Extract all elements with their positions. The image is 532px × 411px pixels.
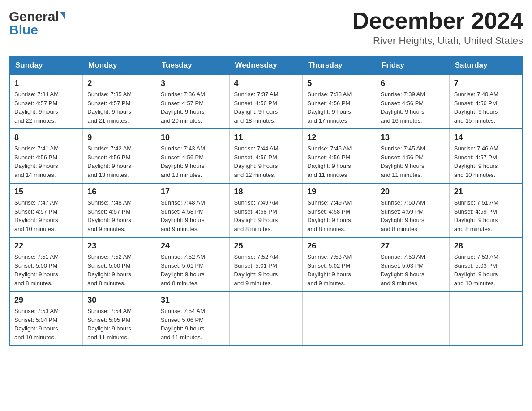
calendar-day-cell: 31Sunrise: 7:54 AMSunset: 5:06 PMDayligh… <box>156 291 229 346</box>
calendar-header-tuesday: Tuesday <box>156 56 229 75</box>
day-info: Sunrise: 7:54 AMSunset: 5:05 PMDaylight:… <box>87 307 151 342</box>
day-number: 17 <box>161 187 225 197</box>
calendar-day-cell: 5Sunrise: 7:38 AMSunset: 4:56 PMDaylight… <box>303 75 376 129</box>
calendar-day-cell: 17Sunrise: 7:48 AMSunset: 4:58 PMDayligh… <box>156 183 229 237</box>
logo-general-text: General <box>9 9 59 24</box>
calendar-day-cell: 29Sunrise: 7:53 AMSunset: 5:04 PMDayligh… <box>9 291 83 346</box>
day-info: Sunrise: 7:52 AMSunset: 5:01 PMDaylight:… <box>234 253 298 287</box>
day-number: 15 <box>14 187 78 197</box>
day-info: Sunrise: 7:39 AMSunset: 4:56 PMDaylight:… <box>381 90 445 125</box>
day-info: Sunrise: 7:53 AMSunset: 5:02 PMDaylight:… <box>307 253 371 287</box>
calendar-header-friday: Friday <box>376 56 450 75</box>
calendar-day-cell: 23Sunrise: 7:52 AMSunset: 5:00 PMDayligh… <box>83 237 156 291</box>
day-number: 7 <box>454 79 518 88</box>
logo-triangle-icon <box>60 12 65 20</box>
calendar-day-cell: 27Sunrise: 7:53 AMSunset: 5:03 PMDayligh… <box>376 237 450 291</box>
page-header: General Blue December 2024 River Heights… <box>9 9 523 47</box>
day-info: Sunrise: 7:37 AMSunset: 4:56 PMDaylight:… <box>234 90 298 125</box>
calendar-week-row: 1Sunrise: 7:34 AMSunset: 4:57 PMDaylight… <box>9 75 523 129</box>
calendar-day-cell: 15Sunrise: 7:47 AMSunset: 4:57 PMDayligh… <box>9 183 83 237</box>
day-info: Sunrise: 7:43 AMSunset: 4:56 PMDaylight:… <box>161 144 225 179</box>
day-info: Sunrise: 7:49 AMSunset: 4:58 PMDaylight:… <box>234 198 298 233</box>
calendar-day-cell: 24Sunrise: 7:52 AMSunset: 5:01 PMDayligh… <box>156 237 229 291</box>
day-number: 16 <box>87 187 151 197</box>
day-number: 19 <box>307 187 371 197</box>
day-info: Sunrise: 7:47 AMSunset: 4:57 PMDaylight:… <box>14 198 78 233</box>
day-info: Sunrise: 7:53 AMSunset: 5:03 PMDaylight:… <box>381 253 445 287</box>
day-number: 31 <box>161 295 225 305</box>
calendar-day-cell: 9Sunrise: 7:42 AMSunset: 4:56 PMDaylight… <box>83 129 156 183</box>
empty-cell <box>303 291 376 346</box>
calendar-day-cell: 18Sunrise: 7:49 AMSunset: 4:58 PMDayligh… <box>229 183 303 237</box>
calendar-day-cell: 2Sunrise: 7:35 AMSunset: 4:57 PMDaylight… <box>83 75 156 129</box>
day-info: Sunrise: 7:42 AMSunset: 4:56 PMDaylight:… <box>87 144 151 179</box>
day-info: Sunrise: 7:50 AMSunset: 4:59 PMDaylight:… <box>381 198 445 233</box>
calendar-day-cell: 13Sunrise: 7:45 AMSunset: 4:56 PMDayligh… <box>376 129 450 183</box>
empty-cell <box>376 291 450 346</box>
calendar-day-cell: 12Sunrise: 7:45 AMSunset: 4:56 PMDayligh… <box>303 129 376 183</box>
day-number: 18 <box>234 187 298 197</box>
day-info: Sunrise: 7:48 AMSunset: 4:57 PMDaylight:… <box>87 198 151 233</box>
day-number: 23 <box>87 241 151 251</box>
day-number: 29 <box>14 295 78 305</box>
day-number: 21 <box>454 187 518 197</box>
day-number: 14 <box>454 133 518 142</box>
day-info: Sunrise: 7:45 AMSunset: 4:56 PMDaylight:… <box>307 144 371 179</box>
day-info: Sunrise: 7:38 AMSunset: 4:56 PMDaylight:… <box>307 90 371 125</box>
day-number: 10 <box>161 133 225 142</box>
calendar-day-cell: 14Sunrise: 7:46 AMSunset: 4:57 PMDayligh… <box>449 129 523 183</box>
calendar-week-row: 15Sunrise: 7:47 AMSunset: 4:57 PMDayligh… <box>9 183 523 237</box>
day-info: Sunrise: 7:46 AMSunset: 4:57 PMDaylight:… <box>454 144 518 179</box>
day-number: 2 <box>87 79 151 88</box>
day-number: 20 <box>381 187 445 197</box>
day-number: 24 <box>161 241 225 251</box>
calendar-day-cell: 11Sunrise: 7:44 AMSunset: 4:56 PMDayligh… <box>229 129 303 183</box>
calendar-day-cell: 1Sunrise: 7:34 AMSunset: 4:57 PMDaylight… <box>9 75 83 129</box>
day-number: 6 <box>381 79 445 88</box>
calendar-day-cell: 22Sunrise: 7:51 AMSunset: 5:00 PMDayligh… <box>9 237 83 291</box>
calendar-day-cell: 28Sunrise: 7:53 AMSunset: 5:03 PMDayligh… <box>449 237 523 291</box>
calendar-day-cell: 25Sunrise: 7:52 AMSunset: 5:01 PMDayligh… <box>229 237 303 291</box>
calendar-header-sunday: Sunday <box>9 56 83 75</box>
empty-cell <box>449 291 523 346</box>
calendar-header-row: SundayMondayTuesdayWednesdayThursdayFrid… <box>9 56 523 75</box>
day-number: 12 <box>307 133 371 142</box>
calendar-day-cell: 30Sunrise: 7:54 AMSunset: 5:05 PMDayligh… <box>83 291 156 346</box>
calendar-week-row: 29Sunrise: 7:53 AMSunset: 5:04 PMDayligh… <box>9 291 523 346</box>
day-number: 27 <box>381 241 445 251</box>
title-section: December 2024 River Heights, Utah, Unite… <box>352 9 523 47</box>
calendar-day-cell: 20Sunrise: 7:50 AMSunset: 4:59 PMDayligh… <box>376 183 450 237</box>
calendar-day-cell: 4Sunrise: 7:37 AMSunset: 4:56 PMDaylight… <box>229 75 303 129</box>
day-number: 28 <box>454 241 518 251</box>
calendar-day-cell: 26Sunrise: 7:53 AMSunset: 5:02 PMDayligh… <box>303 237 376 291</box>
day-info: Sunrise: 7:53 AMSunset: 5:03 PMDaylight:… <box>454 253 518 287</box>
day-info: Sunrise: 7:51 AMSunset: 4:59 PMDaylight:… <box>454 198 518 233</box>
month-title: December 2024 <box>352 9 523 32</box>
day-info: Sunrise: 7:53 AMSunset: 5:04 PMDaylight:… <box>14 307 78 342</box>
calendar-week-row: 8Sunrise: 7:41 AMSunset: 4:56 PMDaylight… <box>9 129 523 183</box>
day-info: Sunrise: 7:48 AMSunset: 4:58 PMDaylight:… <box>161 198 225 233</box>
day-number: 9 <box>87 133 151 142</box>
calendar-day-cell: 3Sunrise: 7:36 AMSunset: 4:57 PMDaylight… <box>156 75 229 129</box>
day-number: 4 <box>234 79 298 88</box>
day-number: 30 <box>87 295 151 305</box>
day-info: Sunrise: 7:44 AMSunset: 4:56 PMDaylight:… <box>234 144 298 179</box>
calendar-day-cell: 16Sunrise: 7:48 AMSunset: 4:57 PMDayligh… <box>83 183 156 237</box>
calendar-day-cell: 21Sunrise: 7:51 AMSunset: 4:59 PMDayligh… <box>449 183 523 237</box>
day-info: Sunrise: 7:34 AMSunset: 4:57 PMDaylight:… <box>14 90 78 125</box>
day-number: 13 <box>381 133 445 142</box>
day-info: Sunrise: 7:41 AMSunset: 4:56 PMDaylight:… <box>14 144 78 179</box>
day-number: 25 <box>234 241 298 251</box>
calendar-day-cell: 7Sunrise: 7:40 AMSunset: 4:56 PMDaylight… <box>449 75 523 129</box>
calendar-day-cell: 19Sunrise: 7:49 AMSunset: 4:58 PMDayligh… <box>303 183 376 237</box>
day-info: Sunrise: 7:49 AMSunset: 4:58 PMDaylight:… <box>307 198 371 233</box>
calendar-week-row: 22Sunrise: 7:51 AMSunset: 5:00 PMDayligh… <box>9 237 523 291</box>
logo-blue-text: Blue <box>9 22 38 38</box>
calendar-header-monday: Monday <box>83 56 156 75</box>
calendar-table: SundayMondayTuesdayWednesdayThursdayFrid… <box>9 56 523 346</box>
calendar-day-cell: 10Sunrise: 7:43 AMSunset: 4:56 PMDayligh… <box>156 129 229 183</box>
calendar-header-wednesday: Wednesday <box>229 56 303 75</box>
calendar-header-saturday: Saturday <box>449 56 523 75</box>
location-text: River Heights, Utah, United States <box>352 35 523 47</box>
day-number: 22 <box>14 241 78 251</box>
